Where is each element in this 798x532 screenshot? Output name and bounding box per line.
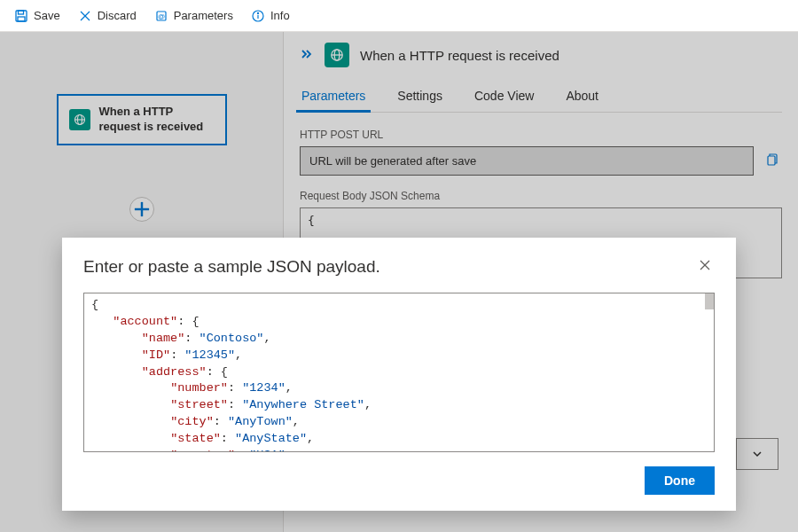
info-button[interactable]: Info (244, 5, 297, 27)
parameters-button[interactable]: @ Parameters (147, 5, 240, 27)
discard-icon (78, 9, 92, 23)
save-icon (14, 9, 28, 23)
svg-point-9 (257, 12, 258, 13)
dialog-close-button[interactable] (695, 255, 715, 278)
parameters-icon: @ (154, 9, 168, 23)
scrollbar-thumb[interactable] (705, 293, 714, 309)
discard-label: Discard (98, 9, 137, 22)
modal-overlay: Enter or paste a sample JSON payload. { … (0, 32, 798, 532)
parameters-label: Parameters (174, 9, 233, 22)
done-button[interactable]: Done (645, 466, 715, 495)
save-button[interactable]: Save (7, 5, 67, 27)
close-icon (699, 259, 711, 271)
svg-rect-2 (18, 17, 25, 21)
svg-text:@: @ (158, 12, 165, 20)
json-payload-input[interactable]: { "account": { "name": "Contoso", "ID": … (83, 293, 715, 452)
svg-rect-1 (19, 11, 24, 14)
top-toolbar: Save Discard @ Parameters Info (0, 0, 798, 32)
save-label: Save (34, 9, 60, 22)
dialog-title: Enter or paste a sample JSON payload. (83, 257, 380, 277)
info-icon (251, 9, 265, 23)
sample-payload-dialog: Enter or paste a sample JSON payload. { … (62, 238, 736, 511)
discard-button[interactable]: Discard (71, 5, 144, 27)
info-label: Info (270, 9, 290, 22)
